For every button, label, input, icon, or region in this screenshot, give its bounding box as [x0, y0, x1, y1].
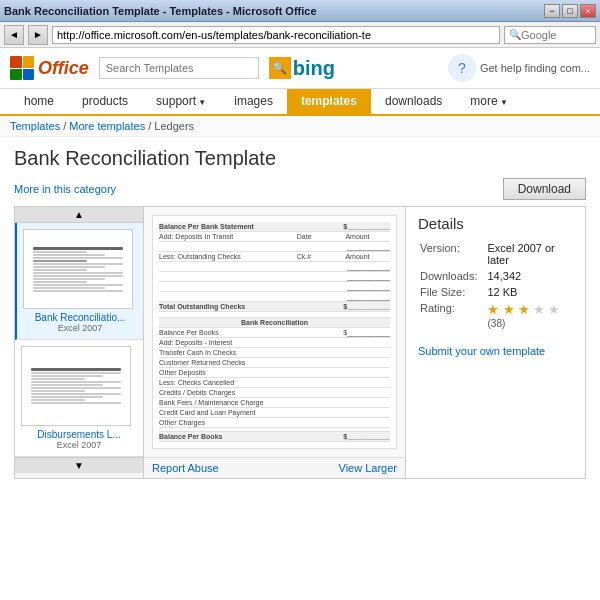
tab-products[interactable]: products: [68, 89, 142, 116]
help-section: ? Get help finding com...: [448, 54, 590, 82]
view-larger-link[interactable]: View Larger: [339, 462, 398, 474]
detail-row-version: Version: Excel 2007 or later: [418, 240, 573, 268]
tab-downloads[interactable]: downloads: [371, 89, 456, 116]
thumbnail-image-1: [23, 229, 133, 309]
breadcrumb-ledgers: Ledgers: [154, 120, 194, 132]
star-filled-2: ★: [503, 302, 515, 317]
logo-sq-green: [10, 69, 22, 81]
thumbnail-sidebar: ▲: [14, 206, 144, 479]
tab-templates[interactable]: templates: [287, 89, 371, 116]
address-input[interactable]: [52, 26, 500, 44]
submit-template-link[interactable]: Submit your own template: [418, 345, 573, 357]
detail-key-downloads: Downloads:: [418, 268, 485, 284]
main-content: Bank Reconciliation Template More in thi…: [0, 137, 600, 489]
close-button[interactable]: ×: [580, 4, 596, 18]
star-empty-2: ★: [548, 302, 560, 317]
detail-value-downloads: 14,342: [485, 268, 573, 284]
thumbnail-image-2: [21, 346, 131, 426]
preview-area: Balance Per Bank Statement $___________ …: [144, 206, 406, 479]
tab-more[interactable]: more: [456, 89, 521, 116]
office-logo-text: Office: [38, 58, 89, 79]
breadcrumb-more-templates[interactable]: More templates: [69, 120, 145, 132]
maximize-button[interactable]: □: [562, 4, 578, 18]
doc-preview-2: [27, 363, 124, 409]
forward-button[interactable]: ►: [28, 25, 48, 45]
window-title: Bank Reconciliation Template - Templates…: [4, 5, 317, 17]
scroll-up-button[interactable]: ▲: [15, 207, 143, 223]
report-abuse-link[interactable]: Report Abuse: [152, 462, 219, 474]
star-filled-1: ★: [487, 302, 499, 317]
thumbnail-sublabel-1: Excel 2007: [23, 323, 137, 333]
preview-image: Balance Per Bank Statement $___________ …: [152, 215, 397, 449]
detail-value-filesize: 12 KB: [485, 284, 573, 300]
preview-footer: Report Abuse View Larger: [144, 457, 405, 478]
thumbnail-label-1: Bank Reconciliatio...: [23, 312, 137, 323]
detail-value-rating: ★ ★ ★ ★ ★ (38): [485, 300, 573, 331]
nav-tabs: home products support images templates d…: [0, 89, 600, 116]
bing-logo: bing: [293, 57, 335, 80]
office-header: Office 🔍 bing ? Get help finding com...: [0, 48, 600, 89]
thumbnail-item-2[interactable]: Disbursements L... Excel 2007: [15, 340, 143, 457]
breadcrumb-templates[interactable]: Templates: [10, 120, 60, 132]
download-button[interactable]: Download: [503, 178, 586, 200]
breadcrumb: Templates / More templates / Ledgers: [0, 116, 600, 137]
rating-count: (38): [487, 318, 505, 329]
logo-sq-blue: [23, 69, 35, 81]
logo-squares: [10, 56, 34, 80]
window-controls: − □ ×: [544, 4, 596, 18]
bing-search-button[interactable]: 🔍: [269, 57, 291, 79]
doc-preview-1: [29, 242, 126, 297]
page-title: Bank Reconciliation Template: [14, 147, 586, 170]
details-panel: Details Version: Excel 2007 or later Dow…: [406, 206, 586, 479]
detail-row-rating: Rating: ★ ★ ★ ★ ★ (38): [418, 300, 573, 331]
details-table: Version: Excel 2007 or later Downloads: …: [418, 240, 573, 331]
logo-sq-red: [10, 56, 22, 68]
back-button[interactable]: ◄: [4, 25, 24, 45]
thumbnail-item-1[interactable]: Bank Reconciliatio... Excel 2007: [15, 223, 143, 340]
title-bar: Bank Reconciliation Template - Templates…: [0, 0, 600, 22]
detail-key-version: Version:: [418, 240, 485, 268]
star-empty-1: ★: [533, 302, 545, 317]
tab-images[interactable]: images: [220, 89, 287, 116]
detail-key-filesize: File Size:: [418, 284, 485, 300]
details-title: Details: [418, 215, 573, 232]
minimize-button[interactable]: −: [544, 4, 560, 18]
help-icon: ?: [448, 54, 476, 82]
logo-sq-orange: [23, 56, 35, 68]
scroll-down-button[interactable]: ▼: [15, 457, 143, 473]
bing-search: 🔍 bing: [269, 57, 335, 80]
more-category-link[interactable]: More in this category: [14, 183, 116, 195]
action-bar: More in this category Download: [14, 178, 586, 200]
tab-home[interactable]: home: [10, 89, 68, 116]
address-bar: ◄ ► 🔍: [0, 22, 600, 48]
content-row: ▲: [14, 206, 586, 479]
thumbnail-label-2: Disbursements L...: [21, 429, 137, 440]
detail-row-downloads: Downloads: 14,342: [418, 268, 573, 284]
template-search-input[interactable]: [99, 57, 259, 79]
help-text: Get help finding com...: [480, 62, 590, 74]
browser-search-input[interactable]: [521, 29, 591, 41]
detail-row-filesize: File Size: 12 KB: [418, 284, 573, 300]
fake-sheet-content: Balance Per Bank Statement $___________ …: [153, 216, 396, 448]
detail-key-rating: Rating:: [418, 300, 485, 331]
star-filled-3: ★: [518, 302, 530, 317]
tab-support[interactable]: support: [142, 89, 220, 116]
office-logo[interactable]: Office: [10, 56, 89, 80]
detail-value-version: Excel 2007 or later: [485, 240, 573, 268]
thumbnail-sublabel-2: Excel 2007: [21, 440, 137, 450]
search-box: 🔍: [504, 26, 596, 44]
